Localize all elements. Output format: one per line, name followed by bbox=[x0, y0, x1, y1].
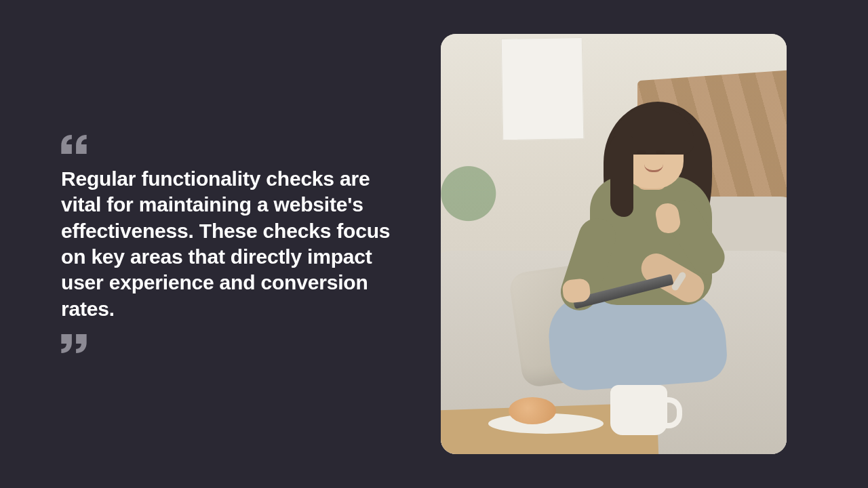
quote-text: Regular functionality checks are vital f… bbox=[61, 166, 414, 322]
quote-slide: Regular functionality checks are vital f… bbox=[0, 0, 868, 488]
hero-image bbox=[441, 34, 787, 454]
quote-block: Regular functionality checks are vital f… bbox=[61, 135, 441, 353]
photo-scene bbox=[441, 34, 787, 454]
quote-open-icon bbox=[61, 135, 414, 154]
quote-close-icon bbox=[61, 334, 414, 353]
